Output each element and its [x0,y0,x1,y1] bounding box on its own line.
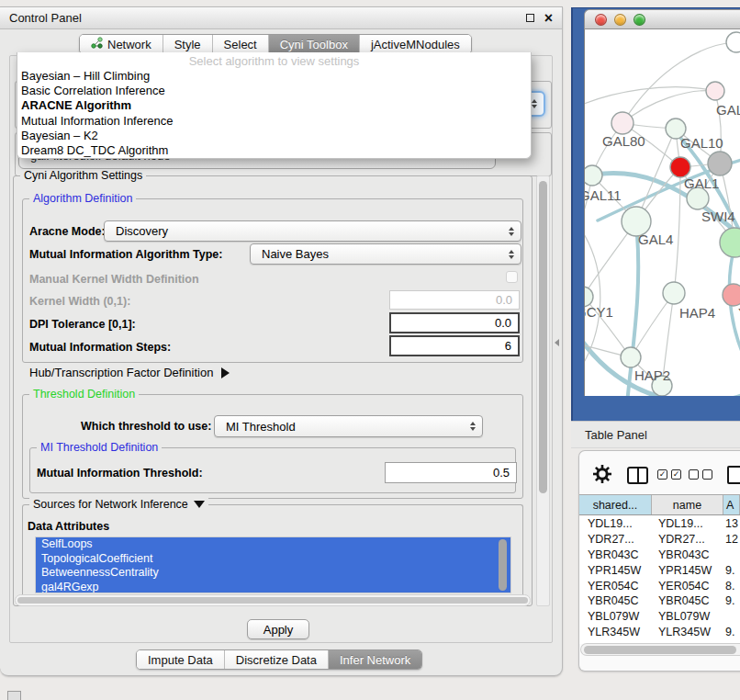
algorithm-option-mutual-information-inference[interactable]: Mutual Information Inference [17,114,531,129]
table-panel-titlebar[interactable]: Table Panel [571,421,740,448]
control-panel-titlebar[interactable]: Control Panel × [0,7,562,29]
network-graph[interactable]: GALGAL80GAL10GAL1GAL11SWI4GAL4GCY1HAP4YH… [585,29,740,396]
tab-jactivemnodules[interactable]: jActiveMNodules [359,35,471,53]
table-row[interactable]: YPR145WYPR145W9. [579,562,740,578]
node-salmon[interactable] [723,284,740,306]
network-window-titlebar[interactable] [584,9,740,29]
expanded-arrow-icon[interactable] [194,501,205,508]
table-row[interactable]: YDR27...YDR27...12 [579,532,740,548]
tab-network[interactable]: Network [80,35,163,53]
tab-cyni-toolbox[interactable]: Cyni Toolbox [268,35,359,53]
algorithm-option-aracne-algorithm[interactable]: ARACNE Algorithm [17,98,531,113]
tab-style[interactable]: Style [163,35,212,53]
sources-group-title-row[interactable]: Sources for Network Inference [29,498,208,511]
close-icon[interactable]: × [544,11,553,26]
table-row[interactable]: YDL19...YDL19...13 [579,516,740,532]
table-cell: YDL19... [579,517,652,530]
which-threshold-combo[interactable]: MI Threshold [214,415,483,437]
attribute-item-topologicalcoefficient[interactable]: TopologicalCoefficient [36,552,510,567]
node-gal-pink[interactable] [706,82,724,100]
settings-group-title: Cyni Algorithm Settings [20,169,146,182]
node-gal1-red[interactable] [670,157,690,177]
zoom-traffic-light-icon[interactable] [633,14,645,26]
table-row[interactable]: YLR345WYLR345W9. [579,625,740,640]
tab-label: Cyni Toolbox [280,38,348,51]
deselect-all-columns-icon[interactable] [689,469,712,480]
table-cell: 9. [723,594,740,607]
algorithm-popup-placeholder: Select algorithm to view settings [17,53,531,69]
hub-transcription-factor-toggle[interactable]: Hub/Transcription Factor Definition [29,366,230,379]
node-gal11[interactable] [585,165,602,186]
table-body: YDL19...YDL19...13YDR27...YDR27...12YBR0… [579,516,740,644]
table-cell: YER054C [652,580,723,593]
column-header-shared[interactable]: shared... [579,495,652,514]
kernel-width-field[interactable]: 0.0 [389,290,520,310]
attribute-item-selfloops[interactable]: SelfLoops [36,537,510,552]
mi-threshold-field[interactable]: 0.5 [385,462,517,483]
tab-select[interactable]: Select [212,35,268,53]
settings-horizontal-scrollbar[interactable] [15,594,531,606]
table-row[interactable]: YBL079WYBL079W [579,609,740,625]
minimize-traffic-light-icon[interactable] [614,14,626,26]
tab-discretize-data[interactable]: Discretize Data [224,650,328,669]
manual-kernel-width-checkbox[interactable] [506,271,518,283]
new-column-icon[interactable] [727,466,740,484]
table-row[interactable]: YER054CYER054C8. [579,578,740,593]
dpi-tolerance-field[interactable]: 0.0 [389,312,520,333]
attributes-list-scrollbar-thumb[interactable] [499,539,507,591]
column-header-name[interactable]: name [652,495,723,514]
aracne-mode-label: Aracne Mode: [29,220,106,242]
network-edge[interactable] [622,91,715,123]
node-hap4[interactable] [663,282,685,304]
apply-button[interactable]: Apply [247,619,309,639]
column-browser-icon[interactable] [627,467,648,484]
scrollbar-thumb[interactable] [539,181,547,493]
table-header-row: shared...nameA [579,494,740,515]
node-gal80[interactable] [611,112,633,134]
scrollbar-thumb[interactable] [17,597,528,604]
combo-arrows-icon [532,99,537,108]
network-view-canvas[interactable]: GALGAL80GAL10GAL1GAL11SWI4GAL4GCY1HAP4YH… [584,29,740,396]
table-row[interactable]: YBR045CYBR045C9. [579,593,740,609]
mi-steps-field[interactable]: 6 [389,335,520,356]
table-cell: 8. [723,580,740,593]
tab-label: Network [107,38,151,51]
algorithm-option-dream8-dc-tdc-algorithm[interactable]: Dream8 DC_TDC Algorithm [17,143,531,158]
mi-steps-label: Mutual Information Steps: [29,336,171,357]
network-edge[interactable] [585,87,715,107]
algorithm-option-basic-correlation-inference[interactable]: Basic Correlation Inference [17,84,531,98]
table-horizontal-scrollbar[interactable] [580,643,740,656]
node-label-gal4: GAL4 [638,231,673,247]
float-window-icon[interactable] [526,14,534,22]
table-cell: YBR045C [579,594,652,607]
data-attributes-list[interactable]: SelfLoopsTopologicalCoefficientBetweenne… [35,536,511,593]
sources-group-title: Sources for Network Inference [33,498,188,511]
tab-infer-network[interactable]: Infer Network [328,650,421,669]
select-all-columns-icon[interactable]: ✓✓ [657,469,681,480]
table-row[interactable]: YBR043CYBR043C [579,548,740,563]
node-label-gal80: GAL80 [602,133,645,149]
minimized-panel-icon[interactable] [7,691,21,700]
collapsed-arrow-icon[interactable] [221,367,230,378]
attribute-item-betweennesscentrality[interactable]: BetweennessCentrality [36,566,510,581]
node-label-swi4: SWI4 [701,209,735,224]
attribute-item-gal4rgexp[interactable]: gal4RGexp [36,581,510,593]
algorithm-option-bayesian-k2[interactable]: Bayesian – K2 [17,129,531,143]
mi-algorithm-type-combo[interactable]: Naive Bayes [250,243,521,265]
panel-divider-handle[interactable] [555,339,559,346]
node-hap2[interactable] [621,347,641,367]
close-traffic-light-icon[interactable] [595,14,607,26]
algorithm-option-bayesian-hill-climbing[interactable]: Bayesian – Hill Climbing [17,69,531,84]
node-gray[interactable] [708,152,732,175]
node-green-large[interactable] [720,228,740,257]
hub-transcription-factor-label: Hub/Transcription Factor Definition [29,366,213,379]
settings-vertical-scrollbar[interactable] [536,175,550,606]
tab-impute-data[interactable]: Impute Data [137,650,224,669]
column-header-a[interactable]: A [723,495,740,514]
table-panel-title: Table Panel [585,428,647,442]
scrollbar-thumb[interactable] [584,646,736,654]
node-top[interactable] [726,32,740,52]
table-cell: 9. [723,626,740,638]
table-settings-gear-icon[interactable] [592,464,612,484]
aracne-mode-combo[interactable]: Discovery [104,220,521,242]
